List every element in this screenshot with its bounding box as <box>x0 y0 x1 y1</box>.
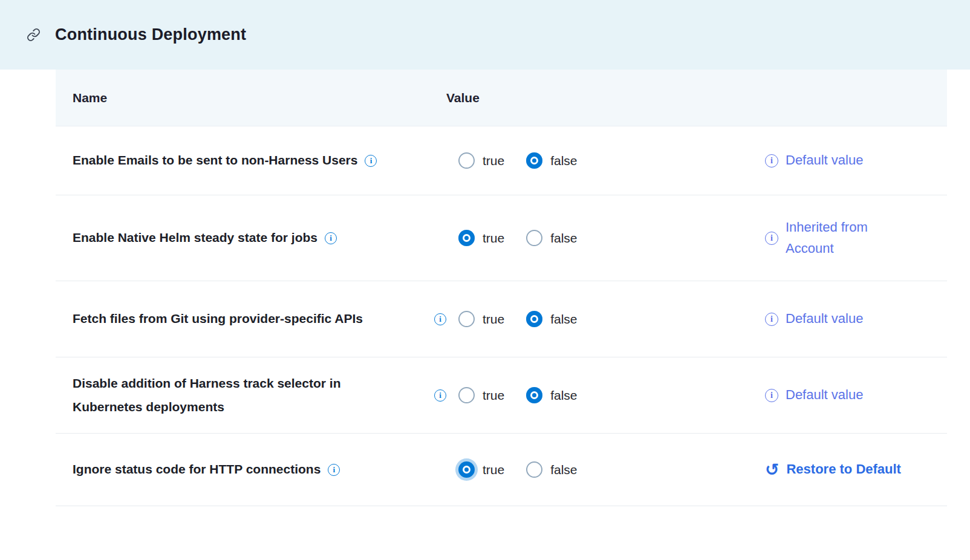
info-icon[interactable]: i <box>765 232 778 245</box>
radio-false[interactable] <box>526 230 542 246</box>
status-cell: i ↺ Default value <box>765 385 947 405</box>
info-icon[interactable]: i <box>328 464 340 476</box>
status-label: Inherited from Account <box>786 217 910 258</box>
setting-value: i true false <box>427 461 765 478</box>
radio-option-true[interactable]: true <box>458 461 504 478</box>
radio-option-true[interactable]: true <box>458 230 504 246</box>
table-row: Fetch files from Git using provider-spec… <box>56 281 947 357</box>
setting-name: Enable Emails to be sent to non-Harness … <box>56 149 427 172</box>
radio-option-false[interactable]: false <box>526 387 577 403</box>
radio-option-true[interactable]: true <box>458 311 504 327</box>
info-icon[interactable]: i <box>325 232 337 244</box>
radio-group: true false <box>458 461 599 478</box>
status-cell: i ↺ Inherited from Account <box>765 217 947 258</box>
link-icon[interactable] <box>27 28 41 42</box>
info-icon[interactable]: i <box>765 154 778 168</box>
restore-icon[interactable]: ↺ <box>765 461 779 478</box>
radio-true[interactable] <box>458 230 475 246</box>
radio-group: true false <box>458 387 599 403</box>
radio-group: true false <box>458 152 599 169</box>
info-icon[interactable]: i <box>434 313 446 325</box>
radio-option-true[interactable]: true <box>458 387 504 403</box>
table-header-row: Name Value <box>56 70 947 126</box>
radio-option-false[interactable]: false <box>526 461 577 478</box>
radio-true[interactable] <box>458 311 475 327</box>
radio-option-false[interactable]: false <box>526 152 577 169</box>
radio-false[interactable] <box>526 311 542 327</box>
table-row: Enable Native Helm steady state for jobs… <box>56 195 947 281</box>
status-cell: i ↺ Restore to Default <box>765 459 947 480</box>
table-row: Disable addition of Harness track select… <box>56 357 947 434</box>
setting-value: i true false <box>427 230 765 246</box>
info-icon[interactable]: i <box>365 155 377 167</box>
info-icon[interactable]: i <box>765 313 778 326</box>
column-header-name: Name <box>56 91 427 105</box>
radio-option-false[interactable]: false <box>526 230 577 246</box>
status-cell: i ↺ Default value <box>765 150 947 171</box>
status-label: Restore to Default <box>786 459 900 480</box>
info-icon[interactable]: i <box>765 389 778 402</box>
radio-group: true false <box>458 230 599 246</box>
setting-value: i true false <box>427 387 765 403</box>
table-row: Ignore status code for HTTP connectionsi… <box>56 434 947 506</box>
column-header-value: Value <box>427 91 765 105</box>
info-icon[interactable]: i <box>434 389 446 402</box>
page-title: Continuous Deployment <box>55 25 246 44</box>
setting-value: i true false <box>427 311 765 327</box>
table-row: Enable Emails to be sent to non-Harness … <box>56 126 947 195</box>
radio-false[interactable] <box>526 152 542 169</box>
setting-name: Disable addition of Harness track select… <box>56 372 427 419</box>
setting-name: Fetch files from Git using provider-spec… <box>56 307 427 331</box>
status-label: Default value <box>786 150 863 171</box>
status-label: Default value <box>786 385 863 405</box>
radio-option-true[interactable]: true <box>458 152 504 169</box>
radio-option-false[interactable]: false <box>526 311 577 327</box>
radio-true[interactable] <box>458 461 475 478</box>
radio-false[interactable] <box>526 387 542 403</box>
setting-name: Enable Native Helm steady state for jobs… <box>56 226 427 250</box>
settings-table: Name Value Enable Emails to be sent to n… <box>56 70 947 506</box>
radio-group: true false <box>458 311 599 327</box>
radio-false[interactable] <box>526 461 542 478</box>
radio-true[interactable] <box>458 387 475 403</box>
setting-name: Ignore status code for HTTP connectionsi <box>56 458 427 481</box>
section-header: Continuous Deployment <box>0 0 970 70</box>
radio-true[interactable] <box>458 152 475 169</box>
status-label: Default value <box>786 308 863 329</box>
setting-value: i true false <box>427 152 765 169</box>
status-cell: i ↺ Default value <box>765 308 947 329</box>
